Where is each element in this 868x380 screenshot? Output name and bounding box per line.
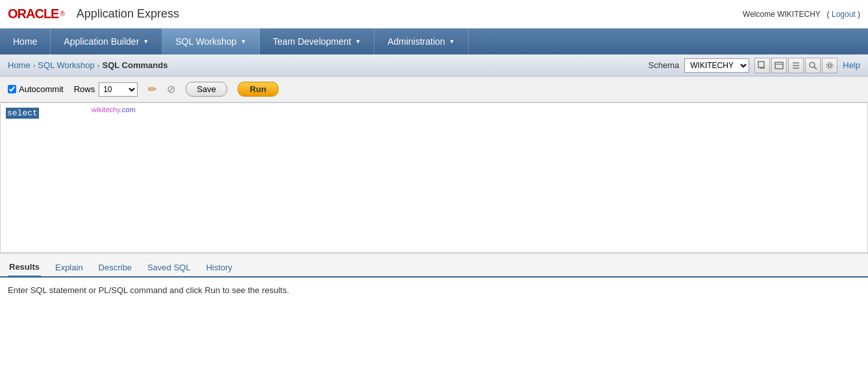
nav-sql-workshop[interactable]: SQL Workshop ▼ — [162, 29, 260, 54]
watermark: wikitechy.com — [92, 106, 136, 113]
autocommit-checkbox[interactable] — [8, 85, 16, 93]
nav-team-development-arrow: ▼ — [355, 38, 361, 45]
tab-saved-sql[interactable]: Saved SQL — [146, 260, 192, 276]
gear-icon — [825, 61, 834, 70]
svg-rect-2 — [775, 62, 783, 69]
tab-results[interactable]: Results — [8, 259, 41, 278]
run-button[interactable]: Run — [238, 82, 279, 97]
tab-describe[interactable]: Describe — [97, 260, 133, 276]
svg-point-7 — [810, 62, 815, 67]
sql-editor-container: wikitechy.com select — [0, 102, 868, 253]
nav-application-builder[interactable]: Application Builder ▼ — [51, 29, 162, 54]
icon-btn-gear[interactable] — [822, 58, 837, 73]
rows-label: Rows — [74, 84, 95, 94]
icon-btn-list[interactable] — [788, 58, 804, 73]
toolbar-icons — [754, 58, 837, 73]
main-nav: Home Application Builder ▼ SQL Workshop … — [0, 29, 868, 54]
breadcrumb-sep2: › — [97, 62, 100, 69]
breadcrumb-right: Schema WIKITECHY — [649, 58, 860, 73]
list-icon — [791, 61, 800, 70]
icon-btn-search[interactable] — [805, 58, 821, 73]
logo-area: ORACLE ® Application Express — [8, 6, 179, 21]
results-message: Enter SQL statement or PL/SQL command an… — [8, 285, 289, 295]
results-area: Enter SQL statement or PL/SQL command an… — [0, 278, 868, 316]
nav-home-label: Home — [13, 36, 37, 47]
pencil-icon[interactable]: ✏ — [148, 83, 156, 95]
tab-explain[interactable]: Explain — [54, 260, 84, 276]
icon-btn-edit[interactable] — [754, 58, 770, 73]
help-link[interactable]: Help — [843, 60, 860, 70]
svg-rect-0 — [758, 62, 764, 67]
autocommit-label: Autocommit — [19, 84, 64, 94]
breadcrumb-bar: Home › SQL Workshop › SQL Commands Schem… — [0, 54, 868, 77]
nav-administration-arrow: ▼ — [449, 38, 455, 45]
schema-label: Schema — [649, 60, 680, 70]
breadcrumb: Home › SQL Workshop › SQL Commands — [8, 60, 167, 70]
breadcrumb-home[interactable]: Home — [8, 60, 31, 70]
breadcrumb-sql-workshop[interactable]: SQL Workshop — [38, 60, 94, 70]
welcome-text: Welcome WIKITECHY — [743, 10, 821, 19]
tabs-container: Results Explain Describe Saved SQL Histo… — [0, 253, 868, 278]
app-express-title: Application Express — [77, 7, 179, 21]
nav-home[interactable]: Home — [0, 29, 51, 54]
sql-toolbar: Autocommit Rows 10 25 50 100 200 500 ✏ ⊘… — [0, 77, 868, 102]
oracle-logo: ORACLE ® — [8, 6, 65, 21]
oracle-reg-symbol: ® — [60, 10, 64, 18]
nav-team-development[interactable]: Team Development ▼ — [260, 29, 375, 54]
watermark-wiki: wikitechy — [92, 106, 120, 113]
welcome-area: Welcome WIKITECHY ( Logout ) — [743, 10, 860, 19]
search-icon — [808, 61, 817, 70]
tabs-row: Results Explain Describe Saved SQL Histo… — [0, 254, 868, 278]
top-header: ORACLE ® Application Express Welcome WIK… — [0, 0, 868, 29]
svg-point-9 — [828, 64, 832, 67]
sql-editor-display[interactable]: select — [1, 103, 867, 252]
eraser-icon[interactable]: ⊘ — [167, 83, 175, 95]
nav-application-builder-arrow: ▼ — [143, 38, 149, 45]
icon-btn-view[interactable] — [771, 58, 787, 73]
nav-sql-workshop-arrow: ▼ — [240, 38, 246, 45]
sql-selected-text: select — [6, 108, 39, 119]
svg-line-8 — [814, 67, 817, 69]
rows-select[interactable]: 10 25 50 100 200 500 — [99, 82, 138, 97]
autocommit-area: Autocommit — [8, 84, 64, 94]
svg-point-10 — [826, 62, 833, 69]
logout-link[interactable]: Logout — [832, 10, 856, 19]
nav-application-builder-label: Application Builder — [64, 36, 139, 47]
nav-administration-label: Administration — [388, 36, 445, 47]
watermark-techy: .com — [120, 106, 136, 113]
rows-area: Rows 10 25 50 100 200 500 — [74, 82, 138, 97]
view-icon — [775, 61, 784, 70]
nav-sql-workshop-label: SQL Workshop — [175, 36, 236, 47]
oracle-text: ORACLE — [8, 6, 58, 21]
save-button[interactable]: Save — [186, 82, 227, 97]
schema-select[interactable]: WIKITECHY — [684, 58, 749, 73]
breadcrumb-sep1: › — [33, 62, 36, 69]
tab-history[interactable]: History — [205, 260, 233, 276]
breadcrumb-current: SQL Commands — [102, 60, 167, 70]
nav-team-development-label: Team Development — [273, 36, 351, 47]
edit-icon — [758, 61, 767, 70]
nav-administration[interactable]: Administration ▼ — [375, 29, 469, 54]
